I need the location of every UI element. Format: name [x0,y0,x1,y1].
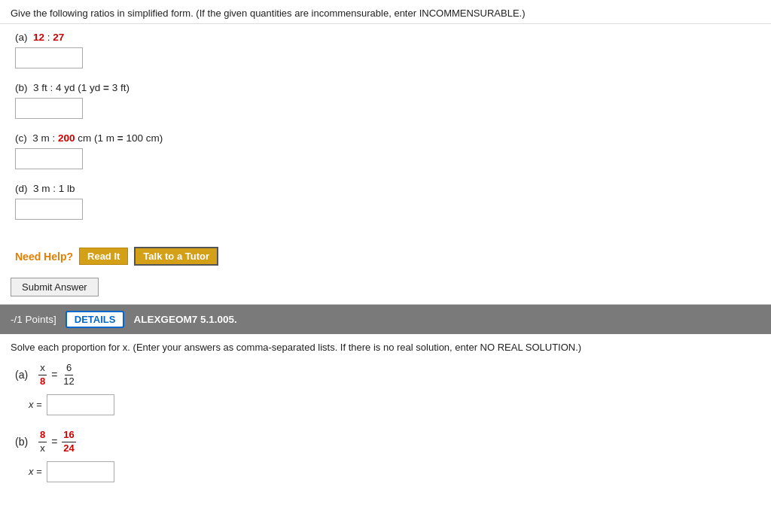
proportion-part-a: (a) x 8 = 6 12 x = [15,362,756,415]
part-b-input[interactable] [15,98,83,119]
x-equals-a-row: x = [29,394,756,415]
second-section: (a) x 8 = 6 12 x = (b) 8 x = 1 [0,357,771,503]
x-equals-a-label: x = [29,399,42,410]
proportion-part-b: (b) 8 x = 16 24 x = [15,429,756,482]
second-instruction-text: Solve each proportion for x. (Enter your… [11,342,581,353]
section2-header: -/1 Points] DETAILS ALEXGEOM7 5.1.005. [0,305,771,334]
top-instruction: Give the following ratios in simplified … [0,0,771,24]
submit-row: Submit Answer [0,273,771,304]
details-badge[interactable]: DETAILS [66,311,125,328]
part-d-label: (d) 3 m : 1 lb [15,183,756,194]
talk-to-tutor-button[interactable]: Talk to a Tutor [134,247,218,266]
part-a: (a) 12 : 27 [15,32,756,68]
part-c: (c) 3 m : 200 cm (1 m = 100 cm) [15,132,756,169]
proportion-b-fraction-row: (b) 8 x = 16 24 [15,429,756,455]
part-c-label: (c) 3 m : 200 cm (1 m = 100 cm) [15,132,756,144]
part-a-input[interactable] [15,47,83,68]
x-equals-b-row: x = [29,461,756,482]
part-a-label: (a) 12 : 27 [15,32,756,43]
proportion-a-input[interactable] [47,394,114,415]
fraction-b-right: 16 24 [62,429,75,455]
proportion-a-fraction-row: (a) x 8 = 6 12 [15,362,756,388]
fraction-a-left: x 8 [38,362,47,388]
part-b: (b) 3 ft : 4 yd (1 yd = 3 ft) [15,82,756,119]
second-instruction: Solve each proportion for x. (Enter your… [0,334,771,357]
part-b-label: (b) 3 ft : 4 yd (1 yd = 3 ft) [15,82,756,93]
fraction-a-right: 6 12 [62,362,75,388]
need-help-label: Need Help? [15,251,73,263]
part-c-input[interactable] [15,148,83,169]
proportion-b-input[interactable] [47,461,114,482]
points-label: -/1 Points] [11,314,56,325]
instruction-text: Give the following ratios in simplified … [11,8,526,19]
part-d: (d) 3 m : 1 lb [15,183,756,220]
x-equals-b-label: x = [29,466,42,477]
section-title: ALEXGEOM7 5.1.005. [133,314,236,325]
fraction-b-left: 8 x [38,429,47,455]
part-d-input[interactable] [15,199,83,220]
read-it-button[interactable]: Read It [79,248,128,265]
need-help-row: Need Help? Read It Talk to a Tutor [0,238,771,273]
submit-answer-button[interactable]: Submit Answer [11,278,99,296]
